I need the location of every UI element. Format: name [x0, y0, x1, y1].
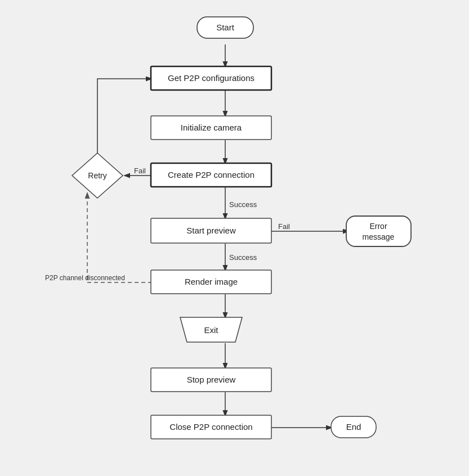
render-image-label: Render image — [185, 277, 238, 286]
start-label: Start — [216, 23, 235, 32]
svg-text:Success: Success — [229, 200, 257, 209]
error-msg-line2: message — [363, 232, 395, 241]
exit-label: Exit — [204, 325, 218, 335]
retry-label: Retry — [88, 171, 106, 180]
stop-preview-label: Stop preview — [187, 375, 236, 384]
svg-text:Fail: Fail — [278, 222, 290, 231]
init-camera-label: Initialize camera — [181, 123, 242, 132]
create-p2p-label: Create P2P connection — [168, 170, 254, 179]
svg-text:Success: Success — [229, 253, 257, 262]
start-preview-label: Start preview — [186, 226, 236, 235]
svg-text:Fail: Fail — [134, 167, 146, 175]
error-msg-node — [346, 216, 411, 246]
get-p2p-label: Get P2P configurations — [168, 73, 254, 83]
svg-text:P2P channel disconnected: P2P channel disconnected — [45, 274, 125, 282]
flowchart-diagram: Fail Success Fail Success P2P channel di… — [0, 0, 469, 476]
close-p2p-label: Close P2P connection — [169, 422, 252, 432]
end-label: End — [346, 422, 361, 432]
error-msg-line1: Error — [369, 222, 387, 231]
